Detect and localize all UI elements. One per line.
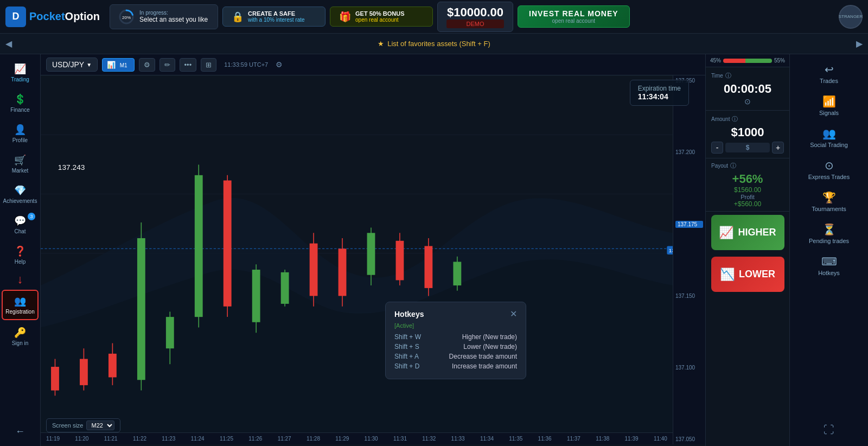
sidebar-item-trades[interactable]: ↩ Trades — [796, 60, 861, 87]
sidebar-item-express-trades[interactable]: ⊙ Express Trades — [796, 156, 861, 183]
sidebar-item-achievements[interactable]: 💎 Achievements — [2, 180, 39, 208]
sidebar-item-registration[interactable]: 👥 Registration — [2, 290, 39, 320]
sidebar-help-label: Help — [15, 259, 26, 265]
sidebar-item-social-trading[interactable]: 👥 Social Trading — [796, 124, 861, 151]
profile-icon: 👤 — [14, 124, 26, 136]
chart-more-button[interactable]: ••• — [180, 58, 197, 72]
time-label: 11:37 — [567, 436, 580, 442]
amount-increase-button[interactable]: + — [772, 142, 784, 154]
hotkey-row-1: Shift + W Higher (New trade) — [394, 333, 517, 341]
amount-section: Amount ⓘ $1000 - $ + — [706, 111, 789, 158]
signals-icon: 📶 — [822, 95, 836, 108]
payout-total: $1560.00 — [711, 186, 784, 194]
chart-draw-button[interactable]: ✏ — [159, 58, 175, 72]
hotkeys-popup: Hotkeys ✕ [Active] Shift + W Higher (New… — [385, 302, 526, 379]
expiry-overlay: Expiration time 11:34:04 — [630, 80, 689, 106]
lower-icon: 📉 — [720, 267, 735, 282]
balance-box: $10000.00 DEMO — [437, 2, 513, 32]
sidebar-item-pending-trades[interactable]: ⏳ Pending trades — [796, 220, 861, 247]
payout-percentage: +56% — [711, 172, 784, 186]
time-label: 11:21 — [104, 436, 118, 442]
sidebar-item-help[interactable]: ❓ Help — [2, 241, 39, 269]
asset-selector[interactable]: USD/JPY ▼ — [46, 58, 98, 72]
time-label: 11:32 — [422, 436, 436, 442]
sidebar-item-chat[interactable]: 3 💬 Chat — [2, 211, 39, 239]
avatar[interactable]: STRANGER — [839, 5, 863, 29]
sidebar-market-label: Market — [12, 168, 29, 174]
chat-icon: 💬 — [14, 215, 26, 227]
star-icon: ★ — [378, 40, 384, 48]
time-label: 11:38 — [596, 436, 609, 442]
trades-label: Trades — [820, 78, 838, 84]
pending-trades-label: Pending trades — [809, 238, 849, 244]
asset-name: USD/JPY — [52, 60, 84, 69]
grid-icon: ⊞ — [206, 61, 212, 69]
create-safe-button[interactable]: 🔒 CREATE A SAFE with a 10% interest rate — [222, 7, 326, 27]
hotkeys-close-button[interactable]: ✕ — [510, 309, 517, 319]
time-labels: 11:19 11:20 11:21 11:22 11:23 11:24 11:2… — [46, 436, 667, 442]
sidebar-item-back[interactable]: ← — [2, 422, 39, 442]
chart-header: USD/JPY ▼ 📊 M1 ⚙ ✏ ••• ⊞ 11:33:59 UTC+7 … — [41, 54, 705, 75]
chat-badge: 3 — [28, 213, 35, 220]
hotkey-key-1: Shift + W — [394, 333, 421, 341]
info-icon: ⓘ — [725, 72, 731, 80]
current-price-label: 137.175 — [675, 221, 703, 228]
sidebar-item-tournaments[interactable]: 🏆 Tournaments — [796, 188, 861, 215]
profit-label: Profit — [711, 194, 784, 200]
time-label: 11:40 — [654, 436, 667, 442]
favbar[interactable]: ★ List of favorites assets (Shift + F) ◀… — [0, 34, 868, 54]
lower-button[interactable]: 📉 LOWER — [711, 257, 784, 292]
amount-decrease-button[interactable]: - — [711, 142, 723, 154]
timer-value: 00:00:05 — [711, 82, 784, 96]
chart-wrapper: 137.243 137.175 137.250 137.200 137.175 … — [41, 75, 705, 444]
logo-text: PocketOption — [29, 10, 100, 23]
more-icon: ••• — [184, 61, 192, 69]
pending-trades-icon: ⏳ — [822, 223, 836, 236]
invest-button[interactable]: INVEST REAL MONEY open real account — [518, 5, 630, 28]
screen-size-select[interactable]: M22 M16 M8 — [86, 420, 114, 430]
fullscreen-button[interactable]: ⛶ — [819, 419, 839, 441]
signals-label: Signals — [819, 110, 839, 116]
logo-icon: D — [5, 7, 26, 27]
express-trades-icon: ⊙ — [825, 159, 834, 172]
svg-rect-41 — [453, 262, 461, 286]
sidebar-item-profile[interactable]: 👤 Profile — [2, 119, 39, 148]
sidebar-signin-label: Sign in — [12, 340, 29, 346]
balance-demo-label: DEMO — [446, 20, 504, 28]
trade-panel: 45% 55% Time ⓘ 00:00:05 ⊙ Amount ⓘ $1000 — [705, 54, 789, 446]
chart-settings-gear-icon[interactable]: ⚙ — [276, 60, 283, 69]
invest-sublabel: open real account — [529, 18, 618, 24]
svg-rect-39 — [424, 246, 432, 288]
svg-rect-37 — [396, 241, 404, 281]
higher-button[interactable]: 📈 HIGHER — [711, 215, 784, 250]
favbar-nav-right[interactable]: ▶ — [856, 39, 863, 49]
hotkeys-label: Hotkeys — [818, 270, 840, 276]
sidebar-item-trading[interactable]: 📈 Trading — [2, 59, 39, 87]
sidebar-item-hotkeys[interactable]: ⌨ Hotkeys — [796, 252, 861, 279]
create-safe-text: CREATE A SAFE with a 10% interest rate — [248, 10, 305, 23]
registration-icon: 👥 — [14, 295, 26, 307]
chart-type-button[interactable]: 📊 M1 — [102, 58, 135, 72]
time-label: 11:26 — [248, 436, 262, 442]
favbar-nav-left[interactable]: ◀ — [5, 39, 12, 49]
sidebar-item-signals[interactable]: 📶 Signals — [796, 92, 861, 119]
sidebar-chat-label: Chat — [14, 228, 25, 234]
time-label: 11:24 — [191, 436, 205, 442]
avatar-label: STRANGER — [839, 14, 863, 19]
bonus-button[interactable]: 🎁 GET 50% BONUS open real account — [330, 7, 433, 27]
time-label: 11:25 — [220, 436, 233, 442]
svg-rect-27 — [252, 270, 260, 322]
time-label: 11:39 — [625, 436, 639, 442]
chart-indicators-button[interactable]: ⚙ — [139, 58, 155, 72]
sidebar-item-market[interactable]: 🛒 Market — [2, 150, 39, 178]
sidebar-item-finance[interactable]: 💲 Finance — [2, 89, 39, 117]
svg-rect-17 — [108, 354, 117, 378]
sidebar-item-signin[interactable]: 🔑 Sign in — [2, 322, 39, 351]
sidebar-trading-label: Trading — [11, 77, 29, 82]
time-label: 11:27 — [278, 436, 291, 442]
hotkeys-title: Hotkeys — [394, 310, 424, 318]
chart-layout-button[interactable]: ⊞ — [201, 58, 216, 72]
hotkey-action-3: Decrease trade amount — [449, 353, 517, 360]
market-icon: 🛒 — [14, 154, 26, 166]
hotkeys-header: Hotkeys ✕ — [394, 309, 517, 319]
